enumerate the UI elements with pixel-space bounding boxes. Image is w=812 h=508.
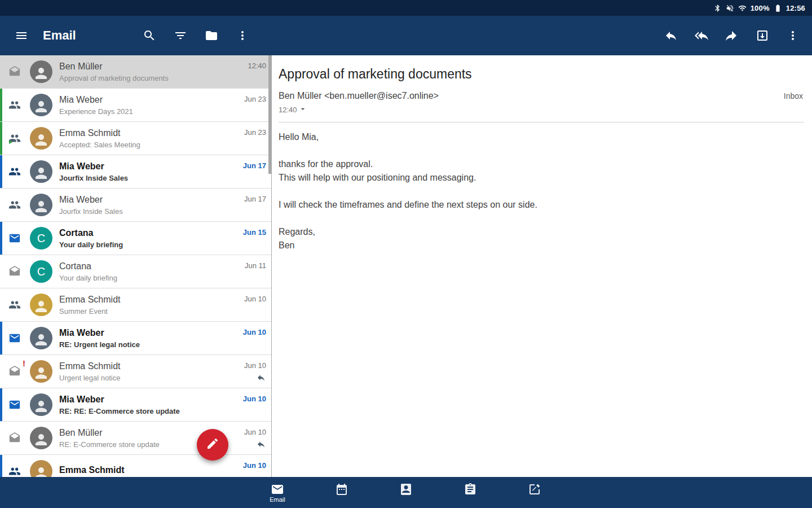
detail-subject: Approval of marketing documents <box>279 67 804 82</box>
status-clock: 12:56 <box>786 4 805 12</box>
email-date: Jun 10 <box>244 361 266 370</box>
mail-status-icon <box>5 99 25 111</box>
nav-item-email[interactable]: Email <box>263 483 292 503</box>
volume-off-icon <box>726 4 734 12</box>
detail-folder-label: Inbox <box>784 91 803 100</box>
more-vert-icon[interactable] <box>236 29 249 42</box>
avatar <box>30 127 52 150</box>
unread-bar <box>0 388 2 421</box>
email-subject: Jourfix Inside Sales <box>59 207 231 216</box>
unread-bar <box>0 222 2 255</box>
email-list-item[interactable]: ! Ben Müller RE: E-Commerce store update… <box>0 422 271 455</box>
email-date: 12:40 <box>248 62 266 70</box>
sender-name: Mia Weber <box>59 95 231 105</box>
folder-icon[interactable] <box>205 29 218 42</box>
main-content: ! Ben Müller Approval of marketing docum… <box>0 55 812 477</box>
mail-status-icon <box>5 132 25 144</box>
nav-item-contacts[interactable] <box>391 483 421 503</box>
email-list-item[interactable]: ! Emma Schmidt Summer Event Jun 10 <box>0 288 271 322</box>
email-subject: Summer Event <box>59 307 231 316</box>
compose-button[interactable] <box>197 429 228 461</box>
email-date: Jun 10 <box>243 328 266 336</box>
replied-icon <box>257 440 266 449</box>
avatar <box>30 427 52 449</box>
email-detail-pane: Approval of marketing documents Ben Müll… <box>272 55 812 477</box>
email-list-item[interactable]: ! C Cortana Your daily briefing Jun 15 <box>0 222 271 255</box>
compose-pencil-icon <box>206 437 219 453</box>
bluetooth-icon <box>713 4 722 12</box>
email-subject: RE: RE: E-Commerce store update <box>59 407 231 415</box>
wifi-icon <box>738 4 747 12</box>
list-scrollbar[interactable] <box>268 55 271 174</box>
sender-name: Emma Schmidt <box>59 361 231 371</box>
page-title: Email <box>43 28 76 43</box>
unread-bar <box>0 288 2 321</box>
unread-bar <box>0 255 2 288</box>
bottom-nav: Email <box>0 477 812 508</box>
nav-item-tasks[interactable] <box>456 483 485 503</box>
email-date: Jun 10 <box>244 295 266 303</box>
email-list-item[interactable]: ! Ben Müller Approval of marketing docum… <box>0 55 271 89</box>
detail-time-expander[interactable]: 12:40 <box>279 104 318 115</box>
mail-status-icon <box>5 398 25 411</box>
sender-name: Cortana <box>59 228 231 238</box>
unread-bar <box>0 322 2 354</box>
email-list-pane: ! Ben Müller Approval of marketing docum… <box>0 55 272 477</box>
email-list-item[interactable]: ! Mia Weber RE: Urgent legal notice Jun … <box>0 322 271 355</box>
avatar <box>30 194 52 216</box>
email-date: Jun 17 <box>244 195 266 203</box>
unread-bar <box>0 189 2 221</box>
chevron-down-icon <box>298 104 307 115</box>
nav-item-calendar[interactable] <box>327 483 356 503</box>
mail-status-icon <box>5 165 25 178</box>
move-to-folder-icon[interactable] <box>756 29 769 42</box>
email-subject: Your daily briefing <box>59 240 231 249</box>
mail-status-icon <box>5 432 25 444</box>
sender-name: Mia Weber <box>59 328 231 338</box>
mail-status-icon <box>5 299 25 311</box>
filter-icon[interactable] <box>174 29 187 42</box>
email-list: ! Ben Müller Approval of marketing docum… <box>0 55 271 477</box>
reply-icon[interactable] <box>664 29 678 42</box>
email-list-item[interactable]: ! Emma Schmidt Urgent legal notice Jun 1… <box>0 355 271 388</box>
email-list-item[interactable]: ! Emma Schmidt Jun 10 <box>0 455 271 477</box>
sender-name: Mia Weber <box>59 395 231 405</box>
overflow-menu-icon[interactable] <box>786 29 800 42</box>
mail-status-icon <box>5 332 25 344</box>
replied-icon <box>257 373 266 382</box>
sender-name: Mia Weber <box>59 161 231 172</box>
notes-nav-icon <box>528 483 541 496</box>
nav-item-label: Email <box>270 496 285 503</box>
detail-body: Hello Mia, thanks for the approval. This… <box>279 130 804 252</box>
nav-item-notes[interactable] <box>520 483 549 503</box>
email-subject: Accepted: Sales Meeting <box>59 141 231 149</box>
email-list-item[interactable]: ! Mia Weber Jourfix Inside Sales Jun 17 <box>0 189 271 222</box>
avatar <box>30 327 52 349</box>
email-list-item[interactable]: ! Mia Weber Jourfix Inside Sales Jun 17 <box>0 155 271 189</box>
menu-icon[interactable] <box>15 29 28 42</box>
unread-bar <box>0 55 2 88</box>
reply-all-icon[interactable] <box>695 29 708 42</box>
unread-bar <box>0 422 2 454</box>
battery-icon <box>774 4 782 12</box>
toolbar-left-actions <box>143 29 249 42</box>
mail-status-icon <box>5 465 25 477</box>
email-date: Jun 17 <box>243 161 266 170</box>
forward-icon[interactable] <box>725 29 739 42</box>
email-date: Jun 11 <box>245 261 266 270</box>
email-list-item[interactable]: ! Emma Schmidt Accepted: Sales Meeting J… <box>0 122 271 155</box>
email-list-item[interactable]: ! Mia Weber Experience Days 2021 Jun 23 <box>0 89 271 122</box>
sender-name: Emma Schmidt <box>59 295 231 305</box>
avatar <box>30 360 52 383</box>
email-list-item[interactable]: ! Mia Weber RE: RE: E-Commerce store upd… <box>0 388 271 422</box>
header-divider <box>279 122 804 122</box>
search-icon[interactable] <box>143 29 156 42</box>
email-subject: Approval of marketing documents <box>59 74 231 82</box>
email-date: Jun 10 <box>244 428 266 436</box>
avatar: C <box>30 227 52 249</box>
avatar <box>30 60 52 83</box>
unread-bar <box>0 455 2 477</box>
email-list-item[interactable]: ! C Cortana Your daily briefing Jun 11 <box>0 255 271 288</box>
email-subject: Your daily briefing <box>59 274 231 282</box>
email-date: Jun 23 <box>244 95 266 103</box>
